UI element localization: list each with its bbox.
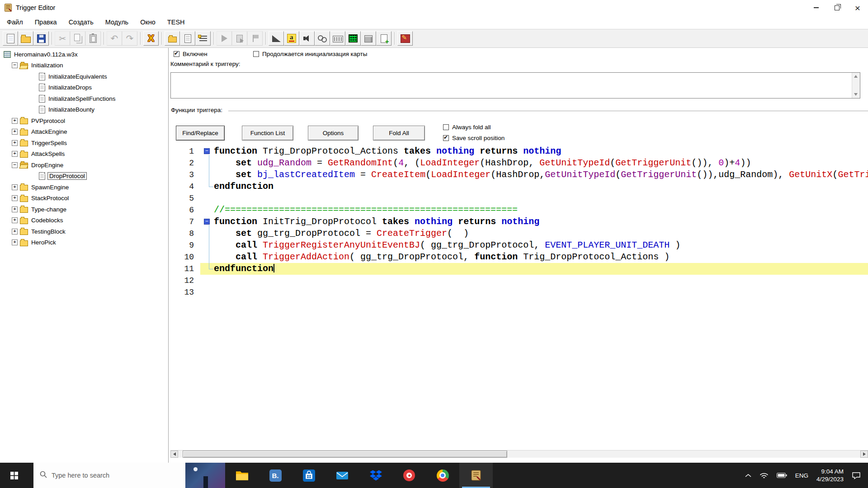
start-button[interactable]	[0, 463, 28, 488]
code-line-10[interactable]: 10 call TriggerAddAction( gg_trg_DropPro…	[170, 251, 868, 263]
scroll-up-icon[interactable]	[854, 75, 858, 78]
taskbar-app-file-explorer[interactable]	[225, 463, 259, 488]
enabled-checkbox[interactable]	[174, 51, 179, 57]
tree-item-InitializateDrops[interactable]: InitializateDrops	[0, 82, 168, 94]
tree-item-DropProtocol[interactable]: DropProtocol	[0, 171, 168, 182]
code-line-3[interactable]: 3 set bj_lastCreatedItem = CreateItem(Lo…	[170, 169, 868, 181]
taskbar-app-dropbox[interactable]	[359, 463, 392, 488]
taskbar-app-mail[interactable]	[326, 463, 359, 488]
menu-file[interactable]: Файл	[1, 16, 29, 28]
object-editor-button[interactable]	[315, 31, 330, 46]
find-replace-button[interactable]: Find/Replace	[176, 126, 225, 141]
new-trigger-button[interactable]	[180, 31, 195, 46]
restore-button[interactable]	[826, 0, 847, 15]
menu-module[interactable]: Модуль	[99, 16, 134, 28]
save-scroll-checkbox-row[interactable]: Save scroll position	[443, 134, 505, 142]
minimize-button[interactable]	[806, 0, 826, 15]
enabled-checkbox-row[interactable]: Включен	[174, 50, 208, 58]
tree-item-TriggerSpells[interactable]: +TriggerSpells	[0, 137, 168, 149]
comment-scrollbar[interactable]	[852, 73, 860, 98]
trigger-comment-input[interactable]	[170, 72, 860, 99]
code-line-7[interactable]: 7−function InitTrig_DropProtocol takes n…	[170, 216, 868, 228]
plus-expander-icon[interactable]: +	[12, 151, 18, 157]
map-init-checkbox[interactable]	[253, 51, 259, 57]
shortcut-keys-button[interactable]	[330, 31, 345, 46]
open-map-button[interactable]	[18, 31, 33, 46]
plus-expander-icon[interactable]: +	[12, 229, 18, 235]
code-line-6[interactable]: 6//=====================================…	[170, 204, 868, 216]
tree-item-Initialization[interactable]: −Initialization	[0, 60, 168, 71]
always-fold-checkbox-row[interactable]: Always fold all	[443, 123, 491, 131]
code-editor[interactable]: 1−function Trig_DropProtocol_Actions tak…	[170, 144, 868, 450]
tree-item-SpawnEngine[interactable]: +SpawnEngine	[0, 182, 168, 193]
code-line-1[interactable]: 1−function Trig_DropProtocol_Actions tak…	[170, 145, 868, 157]
code-line-4[interactable]: 4endfunction	[170, 181, 868, 192]
save-scroll-checkbox[interactable]	[443, 135, 449, 141]
menu-tesh[interactable]: TESH	[161, 16, 191, 28]
code-line-8[interactable]: 8 set gg_trg_DropProtocol = CreateTrigge…	[170, 228, 868, 239]
jass-matrix-button[interactable]	[345, 31, 361, 46]
new-map-button[interactable]	[3, 31, 18, 46]
tree-item-Heromainav0.112a.w3x[interactable]: Heromainav0.112a.w3x	[0, 49, 168, 60]
tree-item-AttackEngine[interactable]: +AttackEngine	[0, 127, 168, 138]
scroll-down-icon[interactable]	[854, 93, 858, 96]
sound-editor-button[interactable]	[299, 31, 315, 46]
editor-settings-button[interactable]	[397, 31, 413, 46]
fold-all-button[interactable]: Fold All	[373, 126, 425, 141]
plus-expander-icon[interactable]: +	[12, 239, 18, 245]
plus-expander-icon[interactable]: +	[12, 206, 18, 212]
code-line-12[interactable]: 12	[170, 275, 868, 286]
tree-item-InitializateEquivalents[interactable]: InitializateEquivalents	[0, 71, 168, 82]
taskbar-app-microsoft-store[interactable]	[292, 463, 326, 488]
action-center-icon[interactable]	[852, 472, 861, 479]
plus-expander-icon[interactable]: +	[12, 195, 18, 201]
text-editor-button[interactable]	[284, 31, 299, 46]
taskbar-app-red-circle[interactable]	[392, 463, 426, 488]
code-line-5[interactable]: 5	[170, 192, 868, 204]
tree-item-TestingBlock[interactable]: +TestingBlock	[0, 226, 168, 237]
menu-edit[interactable]: Правка	[29, 16, 63, 28]
menu-create[interactable]: Создать	[63, 16, 99, 28]
variables-button[interactable]	[143, 31, 159, 46]
map-init-checkbox-row[interactable]: Продолжается инициализация карты	[253, 50, 367, 58]
wifi-icon[interactable]	[760, 472, 769, 479]
tree-item-HeroPick[interactable]: +HeroPick	[0, 237, 168, 249]
scroll-right-button[interactable]	[860, 450, 868, 458]
tree-item-InitializateBounty[interactable]: InitializateBounty	[0, 104, 168, 116]
search-highlight-image[interactable]	[185, 463, 225, 488]
language-indicator[interactable]: ENG	[795, 472, 808, 479]
scroll-left-button[interactable]	[170, 450, 178, 458]
taskbar-app-trigger-editor[interactable]	[459, 463, 493, 488]
new-comment-button[interactable]	[195, 31, 211, 46]
tree-item-Type-change[interactable]: +Type-change	[0, 204, 168, 215]
options-button[interactable]: Options	[308, 126, 359, 141]
code-line-2[interactable]: 2 set udg_Random = GetRandomInt(4, (Load…	[170, 157, 868, 169]
close-button[interactable]: ×	[847, 0, 868, 15]
object-manager-button[interactable]	[361, 31, 376, 46]
plus-expander-icon[interactable]: +	[12, 129, 18, 135]
code-line-13[interactable]: 13	[170, 286, 868, 298]
battery-icon[interactable]	[777, 473, 787, 478]
code-line-9[interactable]: 9 call TriggerRegisterAnyUnitEventBJ( gg…	[170, 239, 868, 251]
terrain-editor-button[interactable]	[269, 31, 284, 46]
fold-marker-icon[interactable]: −	[204, 219, 210, 225]
plus-expander-icon[interactable]: +	[12, 217, 18, 223]
code-line-11[interactable]: 11endfunction	[170, 263, 868, 275]
tree-item-InitializateSpellFunctions[interactable]: InitializateSpellFunctions	[0, 93, 168, 104]
editor-horizontal-scrollbar[interactable]	[170, 450, 868, 458]
plus-expander-icon[interactable]: +	[12, 140, 18, 146]
function-list-button[interactable]: Function List	[242, 126, 293, 141]
import-manager-button[interactable]	[376, 31, 392, 46]
tree-item-StackProtocol[interactable]: +StackProtocol	[0, 193, 168, 204]
menu-window[interactable]: Окно	[134, 16, 161, 28]
tree-item-AttackSpells[interactable]: +AttackSpells	[0, 149, 168, 160]
plus-expander-icon[interactable]: +	[12, 118, 18, 124]
save-map-button[interactable]	[33, 31, 49, 46]
taskbar-app-chrome[interactable]	[426, 463, 459, 488]
taskbar-app-vk[interactable]: B.	[259, 463, 292, 488]
taskbar-search[interactable]: Type here to search	[33, 463, 225, 488]
scrollbar-thumb[interactable]	[183, 450, 507, 458]
plus-expander-icon[interactable]: +	[12, 184, 18, 190]
tree-item-DropEngine[interactable]: −DropEngine	[0, 160, 168, 171]
new-category-button[interactable]	[165, 31, 180, 46]
